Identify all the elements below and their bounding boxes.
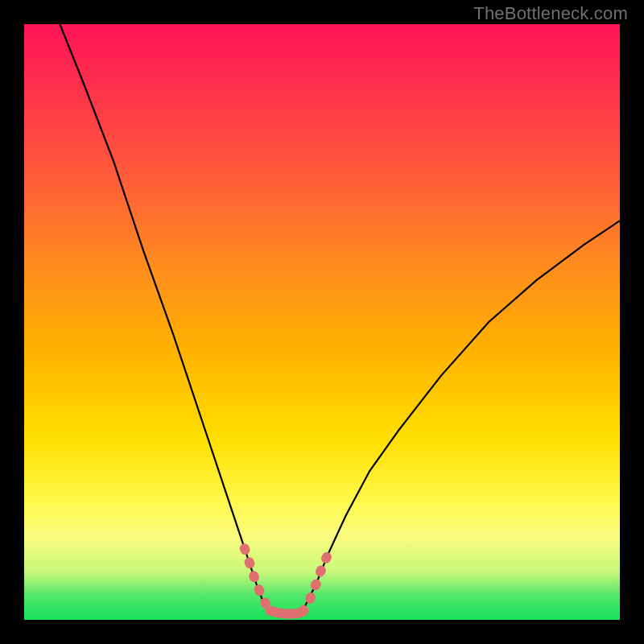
watermark-text: TheBottleneck.com [473,3,628,24]
left-salmon-segment [245,548,270,610]
left-curve [60,24,265,608]
right-curve [304,221,620,608]
curve-layer [24,24,620,620]
valley-floor [270,610,303,613]
chart-frame: TheBottleneck.com [0,0,644,644]
plot-background [24,24,620,620]
